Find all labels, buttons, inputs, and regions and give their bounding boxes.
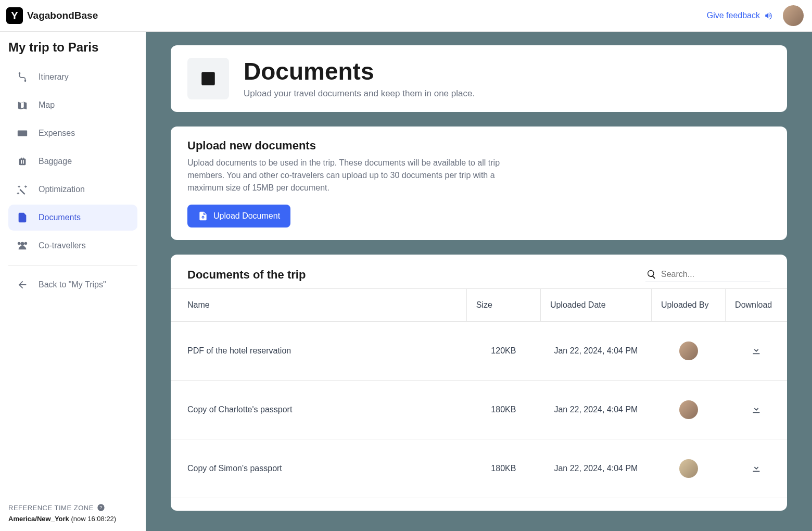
cell-name: Copy of Charlotte's passport (171, 381, 466, 439)
arrow-left-icon (17, 279, 28, 290)
cell-size: 180KB (466, 381, 540, 439)
brand-name: VagabondBase (27, 10, 98, 21)
table-row: Copy of Charlotte's passport180KBJan 22,… (171, 381, 787, 439)
cell-date: Jan 22, 2024, 4:04 PM (540, 381, 651, 439)
sidebar-item-label: Optimization (39, 185, 85, 194)
sidebar-divider (8, 265, 137, 266)
documents-list-card: Documents of the trip Name Size Uploaded… (171, 255, 787, 511)
sidebar-item-label: Expenses (39, 129, 75, 138)
download-icon[interactable] (751, 403, 762, 414)
col-header-name[interactable]: Name (171, 289, 466, 322)
give-feedback-link[interactable]: Give feedback (707, 11, 773, 20)
sidebar-item-label: Itinerary (39, 72, 69, 82)
col-header-download[interactable]: Download (726, 289, 787, 322)
cell-date: Jan 22, 2024, 4:04 PM (540, 439, 651, 498)
sidebar: My trip to Paris Itinerary Map Expenses … (0, 32, 146, 531)
col-header-date[interactable]: Uploaded Date (540, 289, 651, 322)
uploader-avatar[interactable] (679, 400, 698, 419)
cell-date: Jan 22, 2024, 4:04 PM (540, 322, 651, 381)
page-subtitle: Upload your travel documents and keep th… (244, 88, 475, 99)
documents-table: Name Size Uploaded Date Uploaded By Down… (171, 288, 787, 498)
document-icon (17, 212, 28, 223)
search-icon (646, 269, 657, 280)
brand-logo-icon: Y (6, 7, 23, 24)
download-icon[interactable] (751, 344, 762, 356)
sidebar-item-optimization[interactable]: Optimization (8, 176, 137, 203)
file-upload-icon (198, 211, 208, 221)
article-icon (199, 70, 217, 87)
sidebar-nav: Itinerary Map Expenses Baggage Optimizat… (8, 64, 137, 298)
credit-card-icon (17, 128, 28, 139)
sidebar-footer: REFERENCE TIME ZONE ? America/New_York (… (8, 503, 137, 523)
cell-uploaded-by (652, 322, 726, 381)
search-input[interactable] (661, 270, 769, 279)
route-icon (17, 71, 28, 83)
trip-title: My trip to Paris (8, 40, 137, 55)
upload-title: Upload new documents (187, 139, 770, 153)
col-header-size[interactable]: Size (466, 289, 540, 322)
brand[interactable]: Y VagabondBase (6, 7, 98, 24)
group-icon (17, 240, 28, 251)
page-header-card: Documents Upload your travel documents a… (171, 45, 787, 112)
luggage-icon (17, 156, 28, 167)
documents-list-title: Documents of the trip (187, 268, 306, 282)
header-right: Give feedback (707, 5, 804, 26)
upload-button-label: Upload Document (213, 211, 280, 221)
col-header-by[interactable]: Uploaded By (652, 289, 726, 322)
uploader-avatar[interactable] (679, 342, 698, 360)
cell-uploaded-by (652, 381, 726, 439)
page-title: Documents (244, 58, 475, 85)
download-icon[interactable] (751, 462, 762, 473)
table-row: PDF of the hotel reservation120KBJan 22,… (171, 322, 787, 381)
sidebar-item-expenses[interactable]: Expenses (8, 120, 137, 146)
sidebar-item-label: Back to "My Trips" (39, 280, 106, 289)
cell-uploaded-by (652, 439, 726, 498)
sidebar-item-label: Baggage (39, 157, 72, 166)
uploader-avatar[interactable] (679, 459, 698, 478)
timezone-label: REFERENCE TIME ZONE ? (8, 503, 137, 512)
sidebar-item-map[interactable]: Map (8, 92, 137, 118)
sidebar-item-documents[interactable]: Documents (8, 205, 137, 231)
upload-description: Upload documents to be used in the trip.… (187, 157, 510, 194)
cell-download (726, 322, 787, 381)
sidebar-item-label: Co-travellers (39, 241, 86, 250)
cell-name: Copy of Simon's passport (171, 439, 466, 498)
table-row: Copy of Simon's passport180KBJan 22, 202… (171, 439, 787, 498)
sidebar-item-label: Documents (39, 213, 81, 222)
upload-card: Upload new documents Upload documents to… (171, 127, 787, 240)
sidebar-item-label: Map (39, 100, 55, 110)
magic-wand-icon (17, 184, 28, 195)
cell-size: 180KB (466, 439, 540, 498)
sidebar-item-cotravellers[interactable]: Co-travellers (8, 233, 137, 259)
page-icon (187, 58, 229, 99)
cell-download (726, 439, 787, 498)
timezone-value: America/New_York (now 16:08:22) (8, 515, 137, 523)
svg-text:?: ? (99, 505, 103, 510)
feedback-label: Give feedback (707, 11, 760, 20)
upload-document-button[interactable]: Upload Document (187, 205, 290, 227)
search-field[interactable] (645, 267, 770, 282)
sidebar-item-back[interactable]: Back to "My Trips" (8, 272, 137, 298)
map-icon (17, 99, 28, 111)
megaphone-icon (764, 11, 773, 20)
main-content: Documents Upload your travel documents a… (146, 32, 812, 531)
app-header: Y VagabondBase Give feedback (0, 0, 812, 32)
cell-download (726, 381, 787, 439)
cell-name: PDF of the hotel reservation (171, 322, 466, 381)
cell-size: 120KB (466, 322, 540, 381)
sidebar-item-baggage[interactable]: Baggage (8, 148, 137, 174)
sidebar-item-itinerary[interactable]: Itinerary (8, 64, 137, 90)
help-icon[interactable]: ? (97, 503, 105, 512)
user-avatar[interactable] (783, 5, 804, 26)
